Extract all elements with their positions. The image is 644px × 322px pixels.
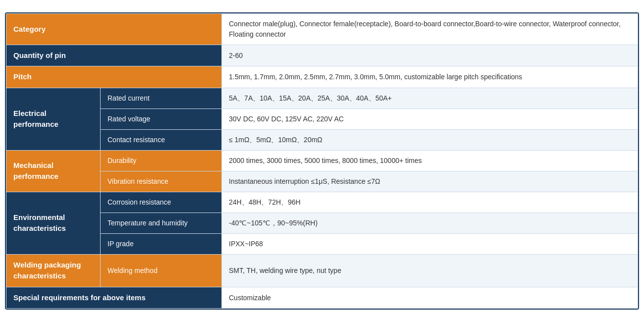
value-cell: 2-60 — [222, 45, 638, 66]
main-label: Category — [6, 13, 222, 45]
sub-label: Vibration resistance — [101, 171, 222, 192]
table-row: Quantity of pin2-60 — [6, 45, 638, 66]
value-cell: Instantaneous interruption ≤1μS, Resista… — [222, 171, 638, 192]
value-cell: SMT, TH, welding wire type, nut type — [222, 254, 638, 287]
table-row: IP gradeIPXX~IP68 — [6, 233, 638, 254]
specs-table: CategoryConnector male(plug), Connector … — [6, 13, 638, 309]
main-label: Electrical performance — [6, 88, 101, 150]
main-label: Welding packaging characteristics — [6, 254, 101, 287]
table-row: Vibration resistanceInstantaneous interr… — [6, 171, 638, 192]
value-cell: Connector male(plug), Connector female(r… — [222, 13, 638, 45]
value-cell: 24H、48H、72H、96H — [222, 192, 638, 213]
value-cell: IPXX~IP68 — [222, 233, 638, 254]
value-cell: 5A、7A、10A、15A、20A、25A、30A、40A、50A+ — [222, 88, 638, 108]
table-row: Pitch1.5mm, 1.7mm, 2.0mm, 2.5mm, 2.7mm, … — [6, 66, 638, 88]
table-row: Mechanical performanceDurability2000 tim… — [6, 150, 638, 171]
value-cell: Customizable — [222, 287, 638, 309]
sub-label: Corrosion resistance — [101, 192, 222, 213]
table-row: CategoryConnector male(plug), Connector … — [6, 13, 638, 45]
sub-label: Durability — [101, 150, 222, 171]
sub-label: Welding method — [101, 254, 222, 287]
main-label: Pitch — [6, 66, 222, 88]
main-label: Mechanical performance — [6, 150, 101, 192]
main-label: Environmental characteristics — [6, 192, 101, 254]
value-cell: 30V DC, 60V DC, 125V AC, 220V AC — [222, 108, 638, 129]
sub-label: Rated voltage — [101, 108, 222, 129]
main-label: Quantity of pin — [6, 45, 222, 66]
value-cell: -40℃~105℃，90~95%(RH) — [222, 213, 638, 233]
table-row: Temperature and humidity-40℃~105℃，90~95%… — [6, 213, 638, 233]
main-label: Special requirements for above items — [6, 287, 222, 309]
table-row: Rated voltage30V DC, 60V DC, 125V AC, 22… — [6, 108, 638, 129]
value-cell: 1.5mm, 1.7mm, 2.0mm, 2.5mm, 2.7mm, 3.0mm… — [222, 66, 638, 88]
table-row: Contact resistance≤ 1mΩ、5mΩ、10mΩ、20mΩ — [6, 129, 638, 150]
sub-label: IP grade — [101, 233, 222, 254]
main-table-wrapper: CategoryConnector male(plug), Connector … — [5, 12, 639, 310]
value-cell: ≤ 1mΩ、5mΩ、10mΩ、20mΩ — [222, 129, 638, 150]
table-row: Welding packaging characteristicsWelding… — [6, 254, 638, 287]
table-row: Electrical performanceRated current5A、7A… — [6, 88, 638, 108]
table-row: Environmental characteristicsCorrosion r… — [6, 192, 638, 213]
table-row: Special requirements for above itemsCust… — [6, 287, 638, 309]
value-cell: 2000 times, 3000 times, 5000 times, 8000… — [222, 150, 638, 171]
sub-label: Temperature and humidity — [101, 213, 222, 233]
sub-label: Contact resistance — [101, 129, 222, 150]
sub-label: Rated current — [101, 88, 222, 108]
